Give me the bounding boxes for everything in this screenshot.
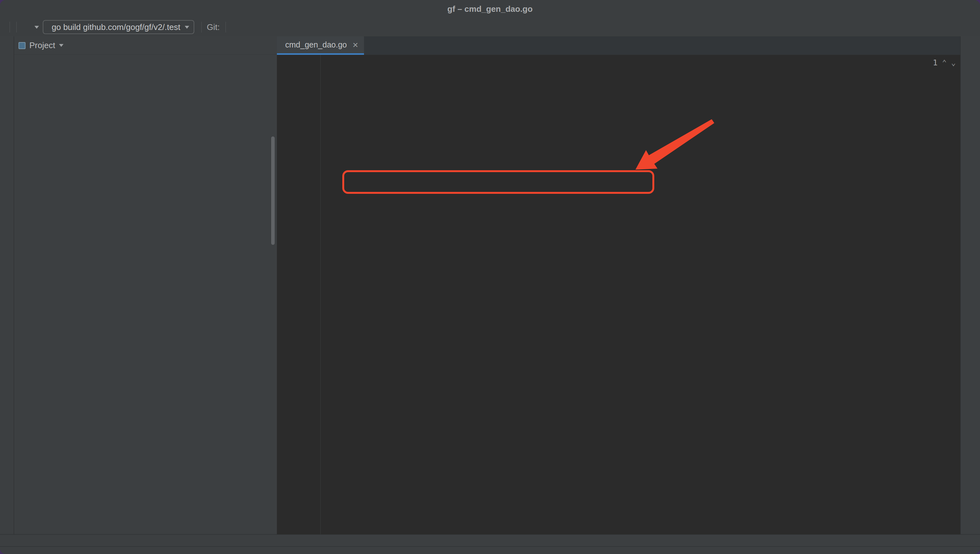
window-title: gf – cmd_gen_dao.go	[0, 0, 980, 18]
chevron-down-icon[interactable]	[59, 44, 64, 47]
project-tool-window: Project	[14, 37, 276, 534]
annotation-arrow	[277, 55, 960, 534]
editor-tab-bar: cmd_gen_dao.go ×	[277, 37, 960, 55]
ide-window: gf – cmd_gen_dao.go go build github.com/…	[0, 0, 980, 554]
status-bar	[0, 546, 980, 554]
prev-problem-button[interactable]: ⌃	[942, 58, 946, 67]
left-tool-window-stripe	[0, 37, 14, 534]
tree-scrollbar[interactable]	[271, 137, 275, 245]
toolbar-divider	[10, 22, 10, 32]
project-panel-header: Project	[14, 37, 276, 55]
chevron-down-icon	[185, 26, 189, 29]
toolbar-divider	[225, 22, 226, 32]
gutter-separator	[320, 55, 321, 534]
git-label: Git:	[207, 22, 219, 32]
project-panel-title[interactable]: Project	[29, 40, 55, 50]
project-tree	[14, 55, 276, 534]
next-problem-button[interactable]: ⌄	[951, 58, 956, 67]
main-toolbar: go build github.com/gogf/gf/v2/.test Git…	[0, 18, 980, 37]
title-bar: gf – cmd_gen_dao.go	[0, 0, 980, 18]
project-view-icon	[19, 42, 26, 49]
run-configuration-select[interactable]: go build github.com/gogf/gf/v2/.test	[43, 20, 194, 34]
run-configuration-label: go build github.com/gogf/gf/v2/.test	[52, 22, 180, 32]
editor-tab-cmd_gen_dao[interactable]: cmd_gen_dao.go ×	[277, 37, 364, 55]
tool-window-bar	[0, 534, 980, 546]
close-tab-icon[interactable]: ×	[353, 40, 358, 50]
editor-area: cmd_gen_dao.go × 1 ⌃ ⌄	[277, 37, 960, 534]
inspection-widget[interactable]: 1 ⌃ ⌄	[928, 58, 956, 67]
tool-window-switcher-icon[interactable]	[6, 547, 15, 554]
user-account-button[interactable]	[20, 20, 34, 34]
code-editor[interactable]: 1 ⌃ ⌄	[277, 55, 960, 534]
annotation-highlight-rect	[342, 170, 654, 194]
right-tool-window-stripe	[960, 37, 980, 534]
toolbar-divider	[201, 22, 202, 32]
toolbar-divider	[16, 22, 17, 32]
editor-tab-label: cmd_gen_dao.go	[285, 40, 347, 49]
chevron-down-icon	[34, 26, 39, 29]
inspection-count: 1	[933, 58, 938, 67]
